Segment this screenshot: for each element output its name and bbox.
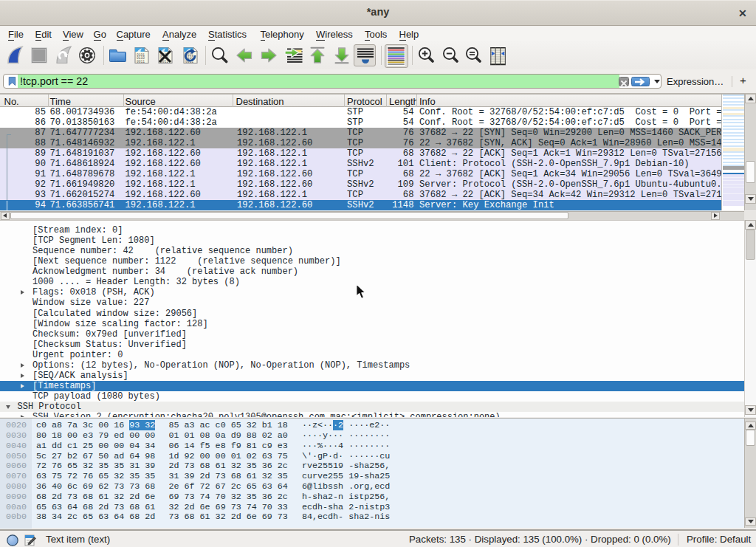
svg-text:0011: 0011 [137,60,145,63]
